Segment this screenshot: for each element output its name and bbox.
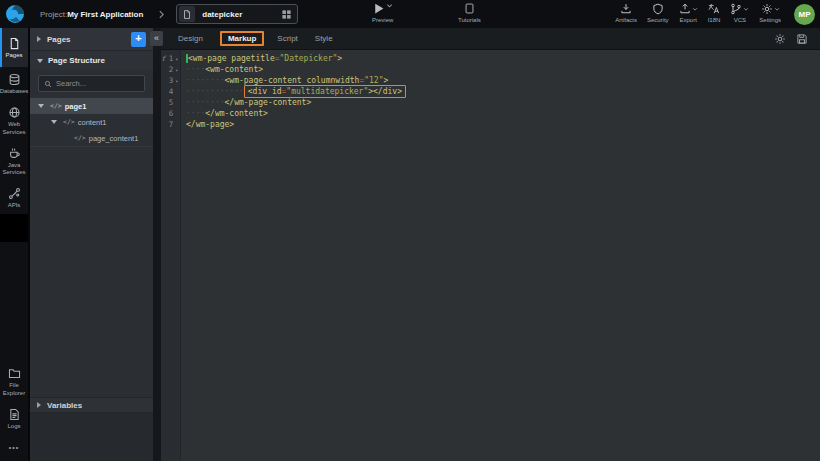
search-input[interactable]	[56, 79, 139, 88]
expanded-caret-icon	[37, 59, 43, 63]
panel-spacer	[30, 147, 153, 397]
gutter-line-7: 7	[161, 119, 180, 130]
action-label: Security	[647, 17, 669, 24]
sidebar-item-label: Pages	[5, 52, 22, 59]
panel-splitter[interactable]: «	[153, 28, 161, 461]
sidebar-item-label: JavaServices	[2, 162, 25, 176]
gutter-line-5: 5	[161, 97, 180, 108]
sidebar-item-file-explorer[interactable]: FileExplorer	[0, 361, 28, 401]
wavemaker-logo-icon[interactable]	[0, 0, 30, 28]
code-line-7[interactable]: </wm-page>	[186, 119, 820, 130]
tree-node-content1[interactable]: </>content1	[30, 114, 153, 130]
open-page-tab[interactable]: datepicker	[176, 4, 298, 24]
pages-section-header[interactable]: Pages +	[30, 28, 153, 50]
gutter-line-3: 3▾	[161, 75, 180, 86]
tab-script[interactable]: Script	[277, 34, 297, 43]
editor-tabbar: DesignMarkupScriptStyle	[161, 28, 820, 50]
tutorials-doc-icon	[464, 2, 475, 15]
code-line-6[interactable]: ····</wm-content>	[186, 108, 820, 119]
tab-markup[interactable]: Markup	[220, 31, 264, 46]
page-structure-label: Page Structure	[48, 56, 105, 65]
sidebar-item-databases[interactable]: Databases	[0, 67, 28, 100]
tree-node-label: content1	[78, 118, 107, 127]
variables-section-header[interactable]: Variables	[30, 397, 153, 413]
sidebar-item-label: Logs	[7, 423, 20, 430]
expanded-caret-icon[interactable]	[38, 104, 44, 108]
code-editor[interactable]: f1▾2▾3▾4567 <wm-page pagetitle="Datepick…	[161, 50, 820, 461]
code-line-1[interactable]: <wm-page pagetitle="Datepicker">	[186, 53, 820, 64]
search-icon	[44, 80, 52, 88]
expanded-caret-icon[interactable]	[51, 120, 57, 124]
chevron-down-icon[interactable]	[386, 2, 393, 9]
add-page-button[interactable]: +	[131, 32, 146, 47]
sidebar-item-web-services[interactable]: WebServices	[0, 100, 28, 140]
topbar: Project:My First Application datepicker	[0, 0, 820, 28]
collapse-panel-button[interactable]: «	[150, 31, 163, 46]
tree-node-page_content1[interactable]: </>page_content1	[30, 130, 153, 146]
fold-caret-icon[interactable]: ▾	[173, 56, 180, 62]
editor-tabs: DesignMarkupScriptStyle	[178, 31, 350, 46]
sidebar-item-apis[interactable]: APIs	[0, 181, 28, 214]
tab-style[interactable]: Style	[315, 34, 333, 43]
preview-button[interactable]: Preview	[372, 2, 393, 24]
editor-settings-gear-icon[interactable]	[774, 33, 786, 45]
sidebar-item-logs[interactable]: Logs	[0, 402, 28, 435]
panel-bottom-area	[30, 413, 153, 461]
artifacts-button[interactable]: Artifacts	[610, 2, 642, 24]
sidebar-item-label: WebServices	[2, 121, 25, 135]
play-icon	[372, 2, 385, 15]
action-label: VCS	[734, 17, 746, 24]
code-line-5[interactable]: ········</wm-page-content>	[186, 97, 820, 108]
page-tab-label: datepicker	[195, 10, 281, 19]
save-icon[interactable]	[796, 33, 808, 45]
sidebar-item-java-services[interactable]: JavaServices	[0, 141, 28, 181]
settings-button[interactable]: Settings	[754, 2, 786, 24]
project-name: My First Application	[67, 10, 143, 19]
pages-icon	[8, 37, 21, 50]
fold-caret-icon[interactable]: ▾	[173, 67, 180, 73]
project-breadcrumb[interactable]: Project:My First Application	[40, 10, 143, 19]
page-file-icon[interactable]	[179, 6, 195, 22]
gutter-line-6: 6	[161, 108, 180, 119]
chevron-down-icon[interactable]	[774, 6, 780, 12]
tab-design[interactable]: Design	[178, 34, 203, 43]
chevron-down-icon[interactable]	[692, 6, 698, 12]
collapsed-caret-icon	[37, 402, 41, 408]
translate-icon	[708, 3, 720, 15]
user-avatar[interactable]: MP	[794, 4, 815, 25]
code-tag-icon: </>	[50, 102, 62, 110]
activity-bar: PagesDatabasesWebServicesJavaServicesAPI…	[0, 28, 30, 461]
line-number: 2	[166, 65, 174, 74]
sidebar-item-pages[interactable]: Pages	[0, 28, 28, 67]
widgets-grid-icon[interactable]	[281, 9, 292, 20]
code-content[interactable]: <wm-page pagetitle="Datepicker">····<wm-…	[182, 50, 820, 461]
page-structure-header[interactable]: Page Structure	[30, 50, 153, 70]
pages-section-label: Pages	[47, 35, 71, 44]
export-button[interactable]: Export	[674, 2, 703, 24]
vcs-button[interactable]: VCS	[725, 2, 754, 24]
api-nodes-icon	[8, 187, 21, 200]
action-label: I18N	[708, 17, 721, 24]
editor-gutter: f1▾2▾3▾4567	[161, 50, 181, 461]
code-line-2[interactable]: ····<wm-content>	[186, 64, 820, 75]
gutter-line-2: 2▾	[161, 64, 180, 75]
action-label: Artifacts	[615, 17, 637, 24]
line-number: 3	[166, 76, 174, 85]
project-label: Project:	[40, 10, 67, 19]
variables-section-label: Variables	[47, 401, 82, 410]
tree-node-page1[interactable]: </>page1	[30, 98, 153, 114]
line-number: 7	[166, 120, 174, 129]
globe-icon	[8, 106, 21, 119]
sidebar-more-button[interactable]: •••	[0, 444, 28, 451]
line-number: 4	[166, 87, 174, 96]
tutorials-button[interactable]: Tutorials	[458, 2, 481, 24]
action-label: Export	[679, 17, 696, 24]
gutter-line-4: 4	[161, 86, 180, 97]
fold-caret-icon[interactable]: ▾	[173, 78, 180, 84]
chevron-down-icon[interactable]	[743, 6, 749, 12]
git-branch-icon	[730, 3, 742, 15]
security-button[interactable]: Security	[642, 2, 674, 24]
code-tag-icon: </>	[74, 134, 86, 142]
code-line-4[interactable]: ············<div id="multidatepicker"></…	[186, 86, 820, 97]
i18n-button[interactable]: I18N	[703, 2, 726, 24]
